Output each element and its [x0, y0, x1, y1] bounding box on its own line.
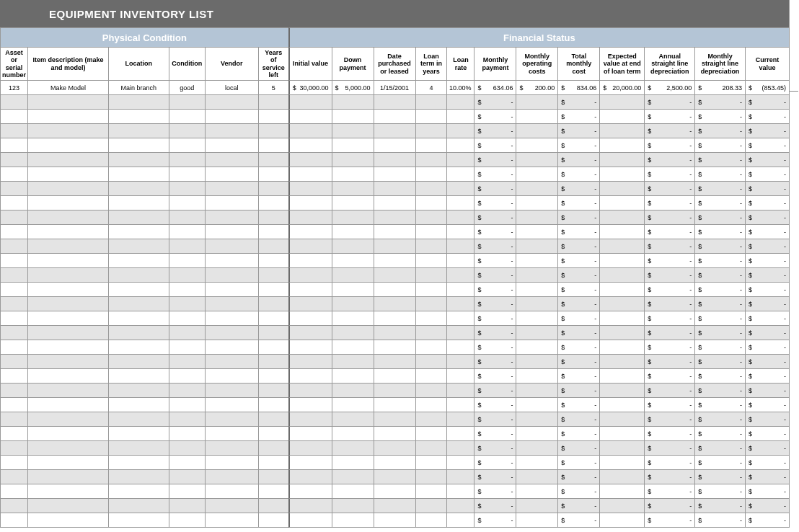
cell[interactable]: [446, 412, 474, 427]
cell[interactable]: [27, 182, 108, 196]
cell[interactable]: $-: [745, 311, 789, 326]
cell[interactable]: $-: [694, 268, 745, 283]
cell[interactable]: 123: [0, 81, 27, 95]
cell[interactable]: [415, 196, 447, 210]
cell[interactable]: [415, 384, 447, 398]
cell[interactable]: [599, 513, 644, 528]
cell[interactable]: [415, 326, 447, 340]
cell[interactable]: [415, 456, 447, 470]
cell[interactable]: [516, 283, 557, 297]
cell[interactable]: [374, 239, 415, 254]
cell[interactable]: $-: [694, 138, 745, 153]
table-row[interactable]: $- $- $-$-$-: [0, 182, 789, 196]
cell[interactable]: [332, 239, 374, 254]
cell[interactable]: [288, 182, 332, 196]
table-row[interactable]: $- $- $-$-$-: [0, 326, 789, 340]
cell[interactable]: $-: [745, 167, 789, 182]
cell[interactable]: [599, 239, 644, 254]
cell[interactable]: [446, 225, 474, 239]
cell[interactable]: [332, 225, 374, 239]
cell[interactable]: [258, 225, 288, 239]
cell[interactable]: [446, 340, 474, 355]
cell[interactable]: [108, 427, 169, 441]
cell[interactable]: [108, 384, 169, 398]
cell[interactable]: [446, 297, 474, 311]
cell[interactable]: [288, 167, 332, 182]
cell[interactable]: $-: [694, 210, 745, 225]
cell[interactable]: [374, 427, 415, 441]
table-row[interactable]: $- $- $-$-$-: [0, 153, 789, 167]
cell[interactable]: [446, 110, 474, 124]
cell[interactable]: [415, 138, 447, 153]
cell[interactable]: [332, 384, 374, 398]
cell[interactable]: $-: [694, 110, 745, 124]
cell[interactable]: [446, 441, 474, 456]
col-header-5[interactable]: Years of service left: [258, 48, 288, 81]
cell[interactable]: [446, 326, 474, 340]
cell[interactable]: [332, 355, 374, 369]
cell[interactable]: [516, 311, 557, 326]
cell[interactable]: [599, 340, 644, 355]
cell[interactable]: $-: [694, 412, 745, 427]
cell[interactable]: [516, 398, 557, 412]
cell[interactable]: $-: [745, 441, 789, 456]
cell[interactable]: [374, 456, 415, 470]
table-row[interactable]: $- $- $-$-$-: [0, 283, 789, 297]
cell[interactable]: [599, 225, 644, 239]
cell[interactable]: $-: [557, 484, 599, 499]
cell[interactable]: $-: [557, 153, 599, 167]
cell[interactable]: $-: [694, 484, 745, 499]
cell[interactable]: $-: [644, 268, 694, 283]
cell[interactable]: [332, 110, 374, 124]
cell[interactable]: [0, 283, 27, 297]
cell[interactable]: [108, 138, 169, 153]
cell[interactable]: [0, 384, 27, 398]
cell[interactable]: [446, 268, 474, 283]
table-row[interactable]: $- $- $-$-$-: [0, 513, 789, 528]
cell[interactable]: [516, 456, 557, 470]
table-row[interactable]: $- $- $-$-$-: [0, 167, 789, 182]
cell[interactable]: [27, 499, 108, 513]
cell[interactable]: [415, 340, 447, 355]
cell[interactable]: $-: [474, 484, 516, 499]
cell[interactable]: [108, 153, 169, 167]
cell[interactable]: [27, 196, 108, 210]
cell[interactable]: $-: [694, 167, 745, 182]
cell[interactable]: $200.00: [516, 81, 557, 95]
cell[interactable]: $-: [557, 124, 599, 138]
cell[interactable]: [288, 254, 332, 268]
cell[interactable]: [169, 412, 205, 427]
cell[interactable]: $-: [694, 355, 745, 369]
cell[interactable]: $-: [745, 369, 789, 384]
cell[interactable]: [169, 153, 205, 167]
cell[interactable]: [258, 484, 288, 499]
cell[interactable]: [0, 225, 27, 239]
cell[interactable]: $-: [474, 167, 516, 182]
cell[interactable]: [332, 153, 374, 167]
cell[interactable]: [599, 254, 644, 268]
cell[interactable]: [205, 124, 258, 138]
cell[interactable]: [27, 340, 108, 355]
table-row[interactable]: $- $- $-$-$-: [0, 297, 789, 311]
cell[interactable]: [599, 268, 644, 283]
cell[interactable]: [0, 470, 27, 484]
cell[interactable]: $-: [694, 499, 745, 513]
cell[interactable]: [415, 153, 447, 167]
cell[interactable]: $-: [694, 297, 745, 311]
cell[interactable]: [27, 369, 108, 384]
cell[interactable]: $-: [745, 268, 789, 283]
cell[interactable]: [27, 441, 108, 456]
cell[interactable]: [446, 196, 474, 210]
cell[interactable]: [374, 210, 415, 225]
cell[interactable]: [415, 268, 447, 283]
cell[interactable]: [415, 369, 447, 384]
cell[interactable]: [258, 412, 288, 427]
cell[interactable]: [332, 441, 374, 456]
cell[interactable]: [599, 441, 644, 456]
cell[interactable]: [288, 124, 332, 138]
cell[interactable]: [169, 124, 205, 138]
col-header-10[interactable]: Loan rate: [446, 48, 474, 81]
cell[interactable]: [205, 225, 258, 239]
cell[interactable]: [415, 513, 447, 528]
cell[interactable]: [205, 297, 258, 311]
